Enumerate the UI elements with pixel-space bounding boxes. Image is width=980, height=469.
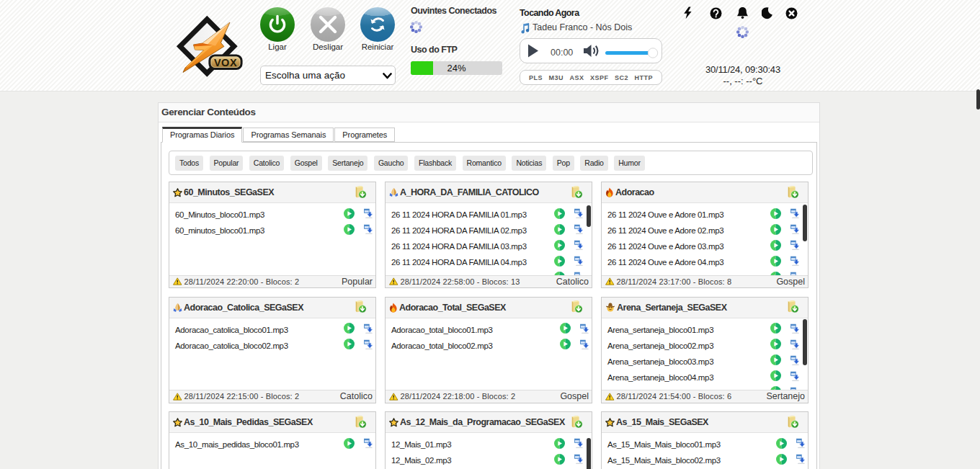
svg-text:VOX: VOX xyxy=(214,57,237,68)
svg-text:00:00: 00:00 xyxy=(551,48,573,58)
